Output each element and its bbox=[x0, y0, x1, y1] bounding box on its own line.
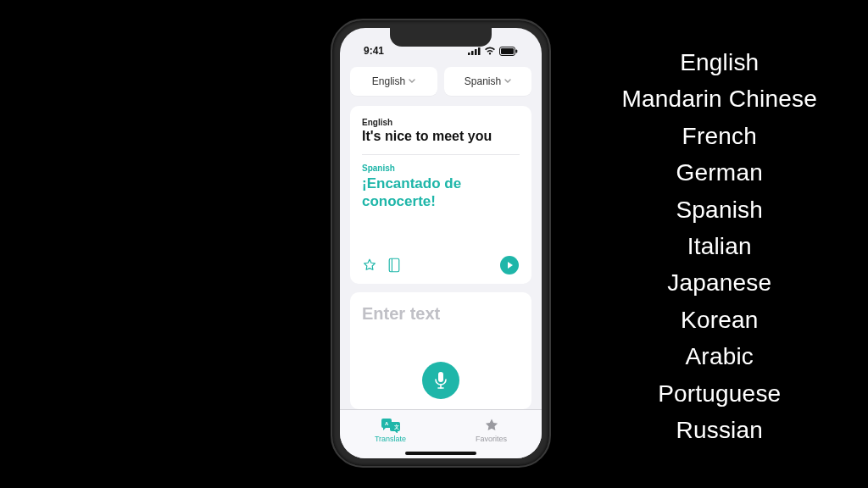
list-item: Mandarin Chinese bbox=[622, 80, 817, 117]
home-indicator[interactable] bbox=[405, 452, 476, 455]
star-icon bbox=[483, 418, 500, 433]
tab-translate[interactable]: A文 Translate bbox=[340, 410, 441, 450]
input-placeholder: Enter text bbox=[362, 304, 520, 324]
target-lang-label: Spanish bbox=[362, 164, 520, 173]
translate-icon: A文 bbox=[381, 418, 401, 433]
svg-rect-2 bbox=[475, 49, 477, 55]
play-audio-button[interactable] bbox=[499, 255, 520, 275]
chevron-down-icon bbox=[504, 79, 511, 84]
svg-text:A: A bbox=[385, 420, 389, 425]
list-item: Korean bbox=[622, 302, 817, 338]
source-language-button[interactable]: English bbox=[350, 67, 437, 96]
list-item: Japanese bbox=[622, 264, 817, 301]
svg-rect-10 bbox=[438, 372, 443, 382]
target-text: ¡Encantado de conocerte! bbox=[362, 175, 520, 211]
list-item: English bbox=[622, 44, 817, 80]
phone-frame: 9:41 English Span bbox=[331, 19, 551, 468]
tab-translate-label: Translate bbox=[375, 435, 406, 443]
svg-text:文: 文 bbox=[392, 423, 398, 429]
supported-languages-list: English Mandarin Chinese French German S… bbox=[622, 44, 817, 448]
cellular-icon bbox=[468, 47, 481, 55]
list-item: Spanish bbox=[622, 191, 817, 228]
chevron-down-icon bbox=[409, 79, 415, 84]
target-language-button[interactable]: Spanish bbox=[444, 67, 531, 96]
svg-rect-3 bbox=[478, 47, 481, 55]
battery-icon bbox=[499, 47, 518, 56]
text-input-card[interactable]: Enter text bbox=[350, 292, 531, 409]
svg-rect-0 bbox=[468, 53, 470, 55]
svg-rect-5 bbox=[501, 48, 514, 54]
translation-card: English It's nice to meet you Spanish ¡E… bbox=[350, 106, 531, 284]
list-item: German bbox=[622, 154, 817, 191]
dictionary-icon[interactable] bbox=[387, 258, 401, 273]
source-language-label: English bbox=[372, 75, 405, 87]
notch bbox=[390, 28, 492, 47]
svg-rect-6 bbox=[516, 49, 518, 53]
list-item: Italian bbox=[622, 228, 817, 264]
list-item: Portuguese bbox=[622, 375, 817, 412]
target-language-label: Spanish bbox=[465, 75, 501, 87]
language-selector-row: English Spanish bbox=[350, 67, 531, 96]
card-actions bbox=[362, 247, 520, 275]
list-item: Arabic bbox=[622, 338, 817, 374]
tab-favorites-label: Favorites bbox=[476, 435, 507, 443]
tab-favorites[interactable]: Favorites bbox=[441, 410, 542, 450]
microphone-button[interactable] bbox=[422, 362, 459, 399]
source-lang-label: English bbox=[362, 118, 520, 127]
svg-rect-7 bbox=[389, 258, 399, 271]
source-text: It's nice to meet you bbox=[362, 129, 520, 144]
list-item: French bbox=[622, 118, 817, 154]
favorite-star-icon[interactable] bbox=[362, 258, 377, 273]
list-item: Russian bbox=[622, 412, 817, 448]
status-time: 9:41 bbox=[353, 45, 384, 57]
status-indicators bbox=[468, 47, 528, 56]
wifi-icon bbox=[484, 47, 496, 55]
microphone-icon bbox=[433, 371, 448, 390]
divider bbox=[362, 154, 520, 155]
svg-rect-1 bbox=[471, 51, 474, 55]
phone-screen: 9:41 English Span bbox=[340, 28, 542, 458]
